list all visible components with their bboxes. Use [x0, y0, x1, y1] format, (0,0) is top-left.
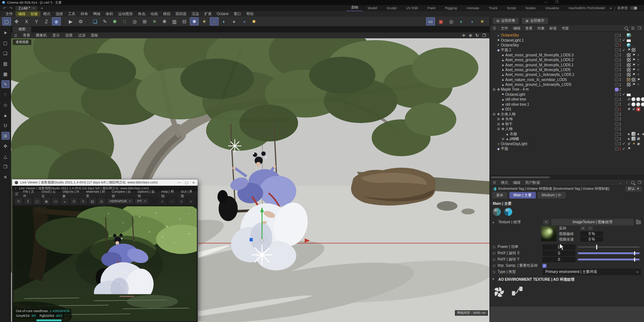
lv-sub-close-icon[interactable]: × [15, 187, 17, 190]
layout-tab-nodes[interactable]: Nodes [521, 6, 540, 11]
am-menu-模式[interactable]: 模式 [501, 180, 508, 185]
object-name[interactable]: 衣服 [510, 132, 517, 136]
circle-tag-icon[interactable]: ○ [636, 53, 640, 57]
layer-toggle[interactable] [615, 58, 619, 62]
visibility-dot[interactable] [620, 127, 621, 129]
om-filter-icon[interactable]: ☰ [631, 26, 634, 30]
layer-toggle[interactable] [615, 38, 619, 42]
object-name[interactable]: 人物 [505, 126, 513, 131]
uv-mode-icon[interactable]: U [1, 122, 10, 129]
object-row[interactable]: ▲Aset_moss_ground_L_ticknaeyfa_LOD5⚑○ [490, 82, 644, 87]
document-tab[interactable]: 2.c4d * × [15, 6, 38, 11]
menu-跟踪器[interactable]: 跟踪器 [173, 11, 189, 17]
expander-icon[interactable]: ⊞ [501, 137, 505, 141]
sphere-teal-sel-tag-icon[interactable] [627, 33, 631, 37]
object-name[interactable]: Aset_moss_ground_M_tlnvecpfa_LOD5.2 [505, 58, 574, 62]
tri-tag-icon[interactable]: ▲ [627, 137, 631, 141]
om-scroll-thumb[interactable] [491, 176, 550, 178]
points-mode-icon[interactable]: ∵ [1, 91, 10, 98]
flag-tag-icon[interactable]: ⚑ [631, 73, 636, 77]
layer-toggle[interactable] [615, 117, 619, 121]
model-mode-icon[interactable]: ❏ [1, 49, 10, 57]
layer-toggle[interactable] [615, 132, 619, 136]
tri-tag-icon[interactable]: ▲ [627, 132, 631, 136]
object-name[interactable]: Aset_moss_ground_M_tlnvecpfa_LOD5.1 [505, 63, 574, 67]
render-view-icon[interactable]: ▶ [66, 17, 75, 25]
enable-check-icon[interactable]: ✓ [622, 142, 626, 146]
visibility-dot[interactable] [620, 137, 621, 139]
visibility-dot[interactable] [620, 68, 621, 69]
visibility-dots[interactable] [620, 53, 621, 56]
no-tag-icon[interactable]: ⊘ [627, 102, 631, 106]
expander-icon[interactable]: ⊞ [496, 122, 500, 126]
layout-tab-track[interactable]: Track [484, 6, 502, 11]
visibility-dot[interactable] [620, 36, 621, 37]
am-panel-icon[interactable]: ❐ [638, 181, 641, 185]
lv-close-button[interactable]: ✕ [192, 181, 195, 185]
enable-check-icon[interactable]: ✓ [622, 147, 626, 151]
layer-toggle[interactable] [615, 147, 619, 151]
parameter-knob-icon[interactable] [493, 271, 495, 273]
visibility-dots[interactable] [620, 78, 621, 81]
live-viewer-title-bar[interactable]: Live Viewer | 迪奥视图Studio 2021.1.4-(R4) (… [12, 179, 198, 186]
axis-x-lock-icon[interactable]: X [22, 17, 31, 25]
layer-toggle[interactable] [615, 53, 619, 57]
sun-light-icon[interactable]: ☀ [200, 17, 209, 25]
expander-icon[interactable]: ⊞ [492, 88, 496, 91]
visibility-dot[interactable] [620, 39, 621, 40]
undo-icon[interactable]: ↶ [3, 6, 6, 10]
visibility-dot[interactable] [620, 139, 621, 140]
visibility-dot[interactable] [620, 149, 621, 150]
sample-minus-icon[interactable]: ─ [588, 226, 593, 230]
menu-模拟[interactable]: 模拟 [160, 11, 173, 17]
layout-tab-script[interactable]: Script [502, 6, 521, 11]
layout-tab-uv-edit[interactable]: UV Edit [401, 6, 422, 11]
menu-选择[interactable]: 选择 [53, 11, 66, 17]
lv-restart-icon[interactable]: ↻ [15, 198, 22, 204]
lv-settings-icon[interactable]: ● [187, 198, 195, 204]
object-row[interactable]: ▲衣服▲▲▲▲▲ [490, 132, 644, 136]
om-menu-编辑[interactable]: 编辑 [513, 26, 520, 31]
viewport-toggle-icon[interactable]: ❐ [482, 33, 486, 38]
visibility-dots[interactable] [620, 59, 621, 62]
lv-menu-materials[interactable]: Materials | 材质 [86, 190, 107, 199]
visibility-dot[interactable] [620, 45, 621, 46]
live-selection-icon[interactable]: ▢ [2, 17, 11, 25]
axis-z-lock-icon[interactable]: Z [42, 17, 51, 25]
cam-tag-icon[interactable] [636, 107, 640, 111]
visibility-dots[interactable] [620, 39, 621, 42]
expand-all-button[interactable]: ⊞全部展开 [522, 18, 548, 24]
object-name[interactable]: p蝴蝶 [510, 136, 519, 141]
parameter-knob-icon[interactable] [493, 258, 495, 261]
layer-toggle[interactable] [615, 48, 619, 52]
workplane-mode-icon[interactable]: ▦ [1, 70, 10, 78]
layer-toggle[interactable] [615, 63, 619, 67]
am-menu-编辑[interactable]: 编辑 [513, 180, 520, 185]
object-row[interactable]: ⊞✜Maple Tree - 4 m [490, 87, 644, 92]
object-name[interactable]: OctaneLight.1 [501, 38, 524, 42]
layer-toggle[interactable] [615, 108, 619, 111]
visibility-dot[interactable] [620, 78, 621, 79]
power-slider-handle[interactable] [596, 245, 597, 249]
object-row[interactable]: ▲Aset_moss_ground_M_tlnvecpfa_LOD5.3⚑○ [490, 53, 644, 57]
object-name[interactable]: OctaneSky [501, 43, 519, 47]
visibility-dot[interactable] [620, 110, 621, 111]
menu-帮助[interactable]: 帮助 [244, 11, 256, 17]
visibility-dots[interactable] [620, 83, 621, 86]
object-row[interactable]: ◆平面✓⚑ [490, 146, 644, 151]
flag-tag-icon[interactable]: ⚑ [631, 53, 636, 57]
layout-tab--[interactable]: 启动 [346, 5, 363, 11]
lv-clipboard-icon[interactable]: ▭ [168, 198, 176, 204]
visibility-dot[interactable] [620, 85, 621, 86]
sphere-white-tag-icon[interactable] [641, 97, 644, 101]
roty-value[interactable]: 0 [542, 257, 576, 262]
am-search-icon[interactable] [631, 181, 634, 184]
menu-渲染[interactable]: 渲染 [189, 11, 202, 17]
lv-pick-focus-icon[interactable]: ⊙ [70, 198, 78, 204]
visibility-dots[interactable] [620, 147, 621, 150]
om-menu-对象[interactable]: 对象 [537, 26, 545, 31]
viewport-menu-查看[interactable]: 查看 [23, 33, 30, 38]
environment-tool-icon[interactable]: ✹ [250, 17, 258, 25]
layer-toggle[interactable] [615, 73, 619, 77]
om-menu-标签[interactable]: 标签 [549, 26, 557, 31]
